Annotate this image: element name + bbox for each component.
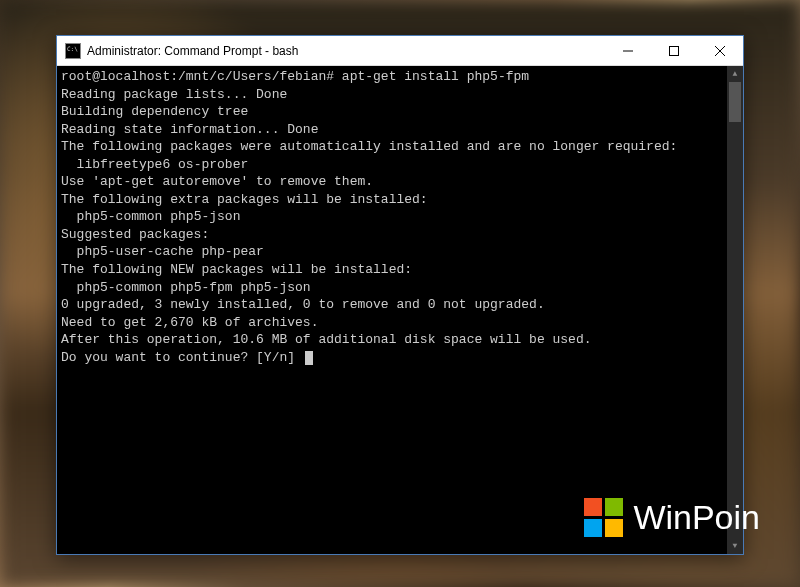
windows-logo-icon [584,498,623,537]
terminal-output: root@localhost:/mnt/c/Users/febian# apt-… [61,68,739,366]
minimize-button[interactable] [605,36,651,65]
output-line: 0 upgraded, 3 newly installed, 0 to remo… [61,297,545,312]
output-line: Suggested packages: [61,227,209,242]
output-line: php5-common php5-fpm php5-json [61,280,311,295]
scroll-up-icon[interactable]: ▲ [727,66,743,82]
command-prompt-window: Administrator: Command Prompt - bash roo… [56,35,744,555]
watermark: WinPoin [584,498,760,537]
watermark-text: WinPoin [633,498,760,537]
output-line: Need to get 2,670 kB of archives. [61,315,318,330]
output-line: After this operation, 10.6 MB of additio… [61,332,592,347]
maximize-button[interactable] [651,36,697,65]
scrollbar-thumb[interactable] [729,82,741,122]
output-line: Building dependency tree [61,104,248,119]
close-button[interactable] [697,36,743,65]
output-line: The following extra packages will be ins… [61,192,428,207]
output-line: Do you want to continue? [Y/n] [61,350,295,365]
output-line: Use 'apt-get autoremove' to remove them. [61,174,373,189]
cursor [305,351,313,365]
scroll-down-icon[interactable]: ▼ [727,538,743,554]
output-line: Reading package lists... Done [61,87,287,102]
command: apt-get install php5-fpm [342,69,529,84]
output-line: Reading state information... Done [61,122,318,137]
svg-rect-1 [670,46,679,55]
window-title: Administrator: Command Prompt - bash [87,44,605,58]
window-controls [605,36,743,65]
terminal-area[interactable]: root@localhost:/mnt/c/Users/febian# apt-… [57,66,743,554]
output-line: php5-user-cache php-pear [61,244,264,259]
output-line: php5-common php5-json [61,209,240,224]
output-line: The following NEW packages will be insta… [61,262,412,277]
output-line: The following packages were automaticall… [61,139,677,154]
scrollbar[interactable]: ▲ ▼ [727,66,743,554]
output-line: libfreetype6 os-prober [61,157,248,172]
cmd-icon [65,43,81,59]
prompt: root@localhost:/mnt/c/Users/febian# [61,69,334,84]
titlebar[interactable]: Administrator: Command Prompt - bash [57,36,743,66]
